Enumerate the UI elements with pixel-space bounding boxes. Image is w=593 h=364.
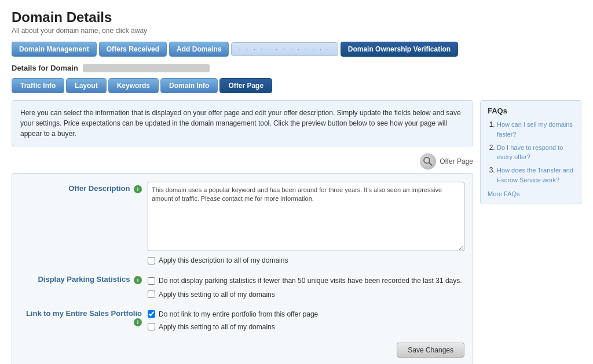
display-parking-info-icon[interactable]: i [134, 276, 142, 284]
preview-label: Offer Page [440, 157, 473, 166]
apply-description-checkbox[interactable] [148, 257, 155, 264]
more-faqs-link[interactable]: More FAQs [488, 190, 520, 197]
save-changes-button[interactable]: Save Changes [397, 343, 464, 358]
nav-domain-management[interactable]: Domain Management [12, 42, 97, 57]
offer-description-label: Offer Description [68, 184, 130, 193]
faq-item-1: How can I sell my domains faster? [497, 120, 574, 139]
parking-stats-checkbox[interactable] [148, 277, 155, 285]
tab-traffic-info[interactable]: Traffic Info [12, 78, 64, 93]
no-link-portfolio-label: Do not link to my entire portfolio from … [159, 310, 318, 318]
content-left: Here you can select the information that… [12, 100, 473, 364]
info-box: Here you can select the information that… [12, 100, 473, 146]
tab-offer-page[interactable]: Offer Page [219, 78, 272, 93]
tab-keywords[interactable]: Keywords [108, 78, 159, 93]
offer-description-textarea[interactable]: This domain uses a popular keyword and h… [148, 182, 464, 251]
display-parking-field-col: Do not display parking statistics if few… [148, 273, 464, 299]
apply-parking-setting-checkbox[interactable] [148, 291, 155, 298]
faq-link-3[interactable]: How does the Transfer and Escrow Service… [497, 167, 573, 183]
sub-tabs: Traffic Info Layout Keywords Domain Info… [12, 78, 581, 93]
tab-domain-info[interactable]: Domain Info [160, 78, 218, 93]
faq-box: FAQs How can I sell my domains faster? D… [480, 100, 581, 204]
display-parking-label: Display Parking Statistics [38, 275, 130, 284]
faq-item-2: Do I have to respond to every offer? [497, 143, 574, 163]
svg-point-0 [424, 157, 430, 163]
domain-redacted [83, 64, 210, 72]
nav-domain-ownership[interactable]: Domain Ownership Verification [341, 42, 458, 57]
link-portfolio-row: Link to my Entire Sales Portfolio i Do n… [20, 307, 464, 331]
main-content: Here you can select the information that… [12, 100, 581, 364]
nav-offers-received[interactable]: Offers Received [99, 42, 167, 57]
offer-description-info-icon[interactable]: i [134, 185, 142, 193]
form-panel: Offer Description i This domain uses a p… [12, 173, 473, 364]
content-right: FAQs How can I sell my domains faster? D… [480, 100, 581, 364]
apply-description-label: Apply this description to all of my doma… [159, 256, 288, 264]
link-portfolio-field-col: Do not link to my entire portfolio from … [148, 307, 464, 331]
faq-title: FAQs [488, 106, 574, 115]
faq-link-2[interactable]: Do I have to respond to every offer? [497, 144, 563, 161]
search-icon [420, 153, 436, 170]
no-link-portfolio-checkbox[interactable] [148, 310, 155, 318]
top-nav: Domain Management Offers Received Add Do… [12, 42, 581, 57]
nav-add-domains[interactable]: Add Domains [169, 42, 229, 57]
details-header: Details for Domain [12, 64, 581, 72]
offer-page-preview-row: Offer Page [12, 153, 473, 170]
details-label: Details for Domain [12, 64, 78, 72]
apply-portfolio-setting-checkbox[interactable] [148, 323, 155, 330]
faq-item-3: How does the Transfer and Escrow Service… [497, 166, 574, 185]
page-title: Domain Details [12, 9, 581, 25]
svg-line-1 [429, 163, 432, 166]
display-parking-row: Display Parking Statistics i Do not disp… [20, 273, 464, 299]
offer-description-row: Offer Description i This domain uses a p… [20, 182, 464, 264]
page-subtitle: All about your domain name, one click aw… [12, 27, 581, 35]
parking-stats-label: Do not display parking statistics if few… [159, 276, 462, 286]
apply-portfolio-setting-label: Apply this setting to all of my domains [159, 323, 275, 331]
link-portfolio-info-icon[interactable]: i [134, 318, 142, 326]
apply-parking-setting-label: Apply this setting to all of my domains [159, 291, 275, 299]
link-portfolio-label: Link to my Entire Sales Portfolio [26, 309, 142, 318]
faq-link-1[interactable]: How can I sell my domains faster? [497, 121, 573, 138]
tab-layout[interactable]: Layout [66, 78, 106, 93]
faq-list: How can I sell my domains faster? Do I h… [488, 120, 574, 185]
save-btn-row: Save Changes [20, 339, 464, 358]
domain-name-bar: · · · · · · · · · · · · · [231, 42, 338, 56]
offer-description-field-col: This domain uses a popular keyword and h… [148, 182, 464, 264]
